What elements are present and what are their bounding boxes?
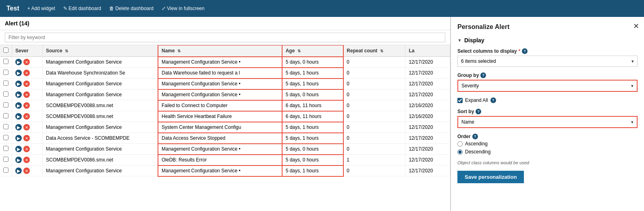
- expand-all-label[interactable]: Expand All: [465, 97, 488, 103]
- source-cell: SCOMBEMPDEV0086.smx.net: [43, 155, 158, 165]
- th-checkbox: [0, 45, 12, 57]
- add-widget-button[interactable]: + Add widget: [27, 6, 55, 11]
- severity-cell: ▶ ✕: [12, 79, 43, 89]
- name-cell: Health Service Heartbeat Failure: [158, 111, 282, 122]
- repeat-cell: 0: [343, 144, 405, 155]
- severity-critical-icon: ✕: [23, 70, 30, 76]
- severity-critical-icon: ✕: [23, 157, 30, 163]
- last-cell: 12/16/2020: [405, 111, 450, 122]
- row-checkbox[interactable]: [3, 146, 8, 151]
- app-title: Test: [6, 5, 19, 12]
- group-by-help-icon[interactable]: ?: [480, 72, 486, 78]
- severity-info-icon: ▶: [15, 168, 22, 174]
- view-fullscreen-button[interactable]: ⤢ View in fullscreen: [162, 6, 205, 11]
- row-checkbox[interactable]: [3, 124, 8, 129]
- source-cell: Management Configuration Service: [43, 79, 158, 89]
- sort-by-help-icon[interactable]: ?: [476, 109, 481, 114]
- age-cell: 6 days, 11 hours: [282, 100, 343, 111]
- row-checkbox[interactable]: [3, 81, 8, 86]
- alert-table-wrapper: Sever Source ⇅ Name ⇅ Age ⇅: [0, 45, 450, 211]
- severity-critical-icon: ✕: [23, 168, 30, 174]
- row-checkbox[interactable]: [3, 157, 8, 162]
- repeat-cell: 0: [343, 122, 405, 133]
- col-select-required: *: [518, 48, 520, 54]
- row-checkbox[interactable]: [3, 102, 8, 108]
- table-row: ▶ ✕ SCOMBEMPDEV0088.smx.netFailed to Con…: [0, 100, 450, 111]
- row-checkbox-cell: [0, 122, 12, 133]
- row-checkbox-cell: [0, 111, 12, 122]
- edit-dashboard-button[interactable]: ✎ Edit dashboard: [63, 6, 101, 11]
- order-descending-radio[interactable]: [457, 149, 463, 155]
- severity-info-icon: ▶: [15, 157, 22, 163]
- close-button[interactable]: ✕: [633, 22, 639, 31]
- alert-table-body: ▶ ✕ Management Configuration ServiceMana…: [0, 57, 450, 176]
- th-last: La: [405, 45, 450, 57]
- row-checkbox[interactable]: [3, 135, 8, 140]
- filter-bar: [0, 30, 450, 45]
- name-cell: Data Access Service Stopped: [158, 133, 282, 144]
- save-personalization-button[interactable]: Save personalization: [457, 171, 524, 183]
- col-select[interactable]: 6 items selected: [458, 56, 637, 66]
- order-ascending-label[interactable]: Ascending: [465, 141, 488, 147]
- col-select-help-icon[interactable]: ?: [522, 48, 528, 54]
- severity-critical-icon: ✕: [23, 146, 30, 152]
- age-cell: 5 days, 0 hours: [282, 144, 343, 155]
- group-by-group: Group by ? SeveritySourceNameAgeNone ▾: [457, 72, 638, 92]
- age-sort-icon: ⇅: [297, 49, 301, 53]
- order-descending-row: Descending: [457, 149, 638, 155]
- row-checkbox-cell: [0, 133, 12, 144]
- alert-table: Sever Source ⇅ Name ⇅ Age ⇅: [0, 45, 450, 176]
- repeat-cell: 0: [343, 111, 405, 122]
- last-cell: 12/17/2020: [405, 133, 450, 144]
- severity-cell: ▶ ✕: [12, 144, 43, 155]
- panel-header: Alert (14): [0, 17, 450, 30]
- row-checkbox[interactable]: [3, 113, 8, 118]
- expand-all-help-icon[interactable]: ?: [490, 97, 496, 103]
- order-group: Order ? Ascending Descending: [457, 134, 638, 155]
- th-source[interactable]: Source ⇅: [43, 45, 158, 57]
- select-all-checkbox[interactable]: [3, 48, 8, 53]
- group-by-label: Group by ?: [457, 72, 638, 78]
- group-by-select[interactable]: SeveritySourceNameAgeNone: [458, 81, 637, 91]
- collapse-arrow-icon: ▼: [457, 38, 462, 43]
- table-row: ▶ ✕ Management Configuration ServiceMana…: [0, 79, 450, 89]
- table-row: ▶ ✕ Data Access Service - SCOMBEMPDEData…: [0, 133, 450, 144]
- row-checkbox[interactable]: [3, 59, 8, 64]
- filter-input[interactable]: [5, 33, 445, 42]
- severity-critical-icon: ✕: [23, 102, 30, 109]
- source-cell: Management Configuration Service: [43, 57, 158, 68]
- name-cell: Management Configuration Service •: [158, 89, 282, 100]
- expand-all-checkbox[interactable]: [457, 98, 463, 103]
- col-select-label: Select columns to display * ?: [457, 48, 638, 54]
- th-repeat[interactable]: Repeat count ⇅: [343, 45, 405, 57]
- row-checkbox-cell: [0, 100, 12, 111]
- row-checkbox[interactable]: [3, 70, 8, 75]
- row-checkbox[interactable]: [3, 168, 8, 173]
- name-cell: Management Configuration Service •: [158, 144, 282, 155]
- table-row: ▶ ✕ SCOMBEMPDEV0088.smx.netHealth Servic…: [0, 111, 450, 122]
- severity-info-icon: ▶: [15, 113, 22, 120]
- delete-dashboard-button[interactable]: 🗑 Delete dashboard: [109, 6, 154, 11]
- source-cell: SCOMBEMPDEV0088.smx.net: [43, 111, 158, 122]
- group-by-wrapper: SeveritySourceNameAgeNone ▾: [457, 80, 638, 92]
- last-cell: 12/17/2020: [405, 79, 450, 89]
- row-checkbox[interactable]: [3, 91, 8, 97]
- th-age[interactable]: Age ⇅: [282, 45, 343, 57]
- th-name[interactable]: Name ⇅: [158, 45, 282, 57]
- age-cell: 5 days, 0 hours: [282, 57, 343, 68]
- order-ascending-radio[interactable]: [457, 141, 463, 147]
- severity-cell: ▶ ✕: [12, 89, 43, 100]
- sort-by-select[interactable]: NameAgeSeveritySourceRepeat count: [458, 117, 637, 127]
- table-row: ▶ ✕ Management Configuration ServiceMana…: [0, 57, 450, 68]
- severity-info-icon: ▶: [15, 135, 22, 141]
- source-cell: Data Warehouse Synchronization Se: [43, 68, 158, 79]
- name-cell: Data Warehouse failed to request a l: [158, 68, 282, 79]
- age-cell: 5 days, 1 hours: [282, 68, 343, 79]
- order-descending-label[interactable]: Descending: [465, 149, 490, 155]
- source-cell: Management Configuration Service: [43, 89, 158, 100]
- severity-cell: ▶ ✕: [12, 165, 43, 176]
- order-help-icon[interactable]: ?: [472, 134, 478, 139]
- info-text: Object class columns would be used: [457, 160, 638, 165]
- severity-cell: ▶ ✕: [12, 57, 43, 68]
- severity-cell: ▶ ✕: [12, 133, 43, 144]
